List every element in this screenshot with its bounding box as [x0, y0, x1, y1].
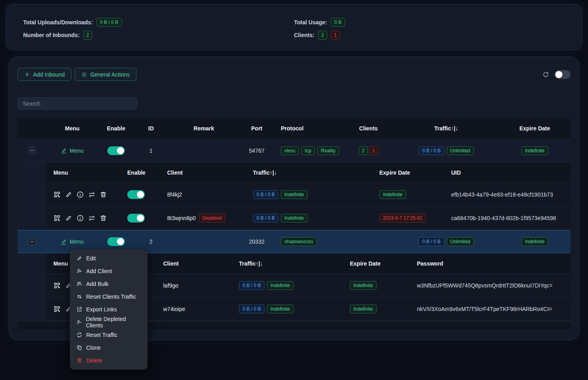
delete-client-icon[interactable]: [100, 215, 107, 222]
menu-item-delete-depleted-clients[interactable]: Delete Depleted Clients: [70, 316, 148, 329]
menu-item-reset-traffic-label: Reset Traffic: [86, 332, 117, 338]
protocol-tag-reality: Reality: [317, 146, 339, 155]
menu-item-delete[interactable]: Delete: [70, 354, 148, 367]
menu-item-edit-label: Edit: [86, 255, 96, 262]
inbound-2-traffic-value: 0 B / 0 B: [418, 237, 444, 246]
inbound-1-clients-ok: 2: [359, 146, 368, 155]
uploads-downloads-label: Total Uploads/Downloads:: [23, 19, 93, 26]
users-add-icon: [77, 281, 82, 287]
inbound-context-menu: Edit Add Client Add Bulk Reset Clients T…: [70, 249, 148, 370]
menu-item-reset-traffic[interactable]: Reset Traffic: [70, 329, 148, 341]
refresh-icon[interactable]: [543, 71, 549, 78]
menu-item-add-bulk[interactable]: Add Bulk: [70, 278, 148, 290]
menu-item-export-links[interactable]: Export Links: [70, 303, 148, 316]
inbound-1-menu-label: Menu: [69, 148, 83, 154]
client-3-name: laf9go: [156, 282, 232, 289]
info-icon[interactable]: [77, 215, 84, 222]
protocol-tag-shadowsocks: shadowsocks: [281, 237, 317, 246]
menu-item-add-client[interactable]: Add Client: [70, 265, 148, 278]
inbound-1-clients-depleted: 1: [369, 146, 378, 155]
inbound-1-menu-button[interactable]: Menu: [61, 148, 83, 154]
search-input[interactable]: [18, 97, 137, 110]
stats-panel: Total Uploads/Downloads: 0 B / 0 B Numbe…: [6, 4, 582, 50]
inbound-1-expire-tag: Indefinite: [521, 146, 548, 155]
add-inbound-label: Add Inbound: [33, 71, 65, 78]
client-1-name: 8f4kj2: [160, 191, 246, 198]
client-2-traffic-value: 0 B / 0 B: [253, 214, 278, 222]
trash-icon: [77, 358, 82, 363]
qrcode-icon[interactable]: [53, 282, 61, 289]
clients-depleted-count: 1: [331, 31, 340, 39]
header-remark: Remark: [168, 125, 240, 132]
sub1-header-traffic[interactable]: Traffic↑|↓: [246, 169, 372, 176]
client-4-traffic: 0 B / 0 B Indefinite: [232, 305, 343, 313]
inbounds-count-value: 2: [83, 31, 93, 39]
qrcode-icon[interactable]: [53, 191, 61, 198]
inbound-2-menu-button[interactable]: Menu: [61, 238, 83, 245]
inbound-2-enable-switch[interactable]: [107, 237, 125, 246]
header-traffic[interactable]: Traffic↑|↓: [393, 125, 499, 132]
uploads-downloads-value: 0 B / 0 B: [97, 18, 122, 27]
refresh-toggle-switch[interactable]: [554, 70, 570, 79]
collapse-inbound-1-button[interactable]: [28, 147, 36, 154]
sync-icon: [77, 332, 82, 338]
inbound-1-protocol-tags: vless tcp Reality: [274, 146, 343, 155]
menu-item-delete-label: Delete: [86, 357, 102, 364]
sub2-header-traffic[interactable]: Traffic↑|↓: [232, 260, 343, 267]
stat-total-usage: Total Usage: 0 B: [294, 18, 565, 27]
inbound-2-traffic-limit: Unlimited: [447, 237, 474, 246]
total-usage-value: 0 B: [331, 18, 345, 27]
toolbar-right: [543, 70, 570, 79]
depleted-badge: Depleted: [199, 214, 225, 222]
client-1-expire-tag: Indefinite: [379, 190, 406, 199]
stat-inbounds-count: Number of Inbounds: 2: [23, 31, 294, 39]
client-2-enable-switch[interactable]: [127, 214, 145, 222]
client-1-traffic-limit: Indefinite: [281, 190, 308, 199]
add-inbound-button[interactable]: Add Inbound: [18, 68, 71, 81]
reset-traffic-icon[interactable]: [88, 191, 95, 198]
client-2-traffic-limit: Indefinite: [281, 214, 308, 222]
inbounds-count-label: Number of Inbounds:: [23, 32, 80, 38]
user-minus-icon: [77, 319, 82, 325]
menu-item-export-links-label: Export Links: [86, 306, 117, 313]
page: Total Uploads/Downloads: 0 B / 0 B Numbe…: [0, 0, 588, 380]
info-icon[interactable]: [77, 191, 84, 198]
client-2-name: 8t3wjnn8p0: [167, 215, 196, 221]
sub1-header-uid: UID: [444, 169, 570, 176]
sub2-header-client: Client: [156, 260, 232, 267]
inbound-1-clients: 2 1: [343, 146, 393, 155]
edit-icon: [61, 239, 67, 245]
menu-item-clone-label: Clone: [86, 345, 101, 351]
general-actions-button[interactable]: General Actions: [75, 68, 136, 81]
client-1-enable-switch[interactable]: [127, 190, 145, 199]
qrcode-icon[interactable]: [53, 305, 61, 313]
client-3-expire-tag: Indefinite: [350, 281, 377, 290]
inbound-1-enable-switch[interactable]: [107, 146, 125, 155]
collapse-inbound-2-button[interactable]: [28, 238, 36, 246]
reset-traffic-icon[interactable]: [88, 215, 95, 222]
header-port: Port: [240, 125, 274, 132]
client-3-traffic-value: 0 B / 0 B: [239, 281, 264, 290]
edit-client-icon[interactable]: [65, 191, 72, 198]
menu-item-clone[interactable]: Clone: [70, 341, 148, 354]
inbound-2-traffic: 0 B / 0 B Unlimited: [393, 237, 499, 246]
qrcode-icon[interactable]: [53, 215, 61, 222]
delete-client-icon[interactable]: [100, 191, 107, 198]
stats-right-column: Total Usage: 0 B Clients: 2 1: [294, 18, 565, 50]
client-3-traffic: 0 B / 0 B Indefinite: [232, 281, 343, 290]
edit-client-icon[interactable]: [65, 215, 72, 222]
client-row-8t3wjnn8p0: 8t3wjnn8p0 Depleted 0 B / 0 B Indefinite…: [46, 207, 570, 230]
inbound-1-traffic: 0 B / 0 B Unlimited: [393, 146, 499, 155]
clients-label: Clients:: [294, 32, 314, 38]
inbounds-table-header: Menu Enable ID Remark Port Protocol Clie…: [18, 118, 570, 139]
menu-item-reset-clients-traffic[interactable]: Reset Clients Traffic: [70, 290, 148, 303]
menu-item-edit[interactable]: Edit: [70, 252, 148, 265]
client-3-password: w3NfbzUPf5WWd745Q8pvsmQrdrttT2lO6knuI7Di…: [410, 282, 570, 289]
client-4-traffic-limit: Indefinite: [267, 305, 294, 313]
client-2-traffic: 0 B / 0 B Indefinite: [246, 214, 372, 222]
header-clients: Clients: [343, 125, 393, 132]
total-usage-label: Total Usage:: [294, 19, 327, 26]
client-3-traffic-limit: Indefinite: [267, 281, 294, 290]
menu-item-add-bulk-label: Add Bulk: [86, 281, 109, 287]
header-menu: Menu: [46, 125, 98, 132]
